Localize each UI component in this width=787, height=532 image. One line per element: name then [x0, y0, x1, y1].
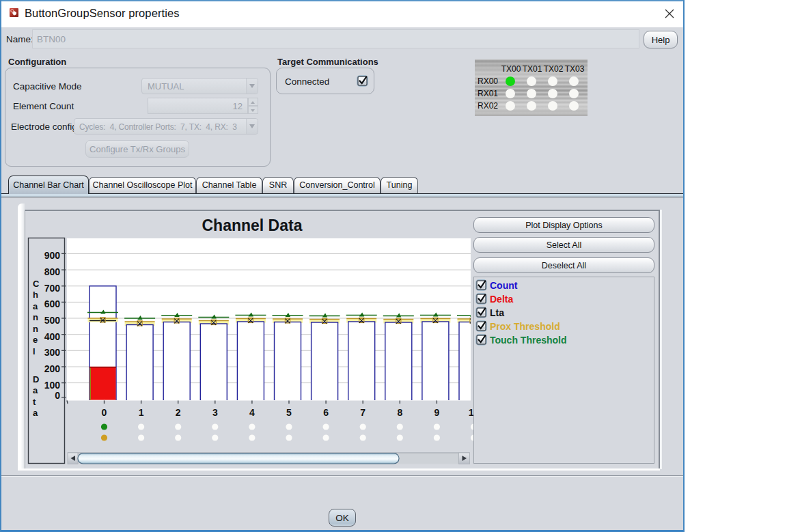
svg-text:700: 700 — [44, 283, 61, 294]
svg-text:n: n — [33, 312, 38, 322]
svg-text:100: 100 — [44, 380, 61, 391]
svg-text:e: e — [33, 335, 38, 345]
svg-text:5: 5 — [286, 407, 292, 418]
svg-text:1: 1 — [139, 407, 144, 418]
svg-text:l: l — [33, 346, 36, 356]
svg-text:8: 8 — [397, 407, 402, 418]
svg-text:6: 6 — [323, 407, 329, 418]
svg-text:0: 0 — [55, 390, 60, 401]
svg-text:900: 900 — [44, 250, 61, 261]
svg-text:a: a — [33, 408, 38, 418]
svg-text:300: 300 — [44, 347, 61, 358]
svg-text:7: 7 — [360, 407, 365, 418]
svg-text:a: a — [33, 301, 38, 311]
svg-text:n: n — [33, 324, 38, 334]
svg-text:4: 4 — [249, 407, 255, 418]
svg-text:800: 800 — [44, 266, 61, 277]
svg-text:500: 500 — [44, 315, 61, 326]
svg-text:C: C — [33, 279, 40, 289]
svg-text:D: D — [33, 374, 39, 384]
svg-text:a: a — [33, 385, 38, 395]
svg-text:h: h — [33, 290, 38, 300]
svg-text:t: t — [33, 397, 36, 407]
svg-text:9: 9 — [434, 407, 440, 418]
svg-text:0: 0 — [102, 407, 107, 418]
svg-text:600: 600 — [44, 298, 61, 309]
svg-text:3: 3 — [212, 407, 218, 418]
svg-text:200: 200 — [44, 363, 61, 374]
svg-text:Channel Data: Channel Data — [202, 216, 303, 234]
svg-text:2: 2 — [176, 407, 181, 418]
svg-text:400: 400 — [44, 331, 61, 342]
